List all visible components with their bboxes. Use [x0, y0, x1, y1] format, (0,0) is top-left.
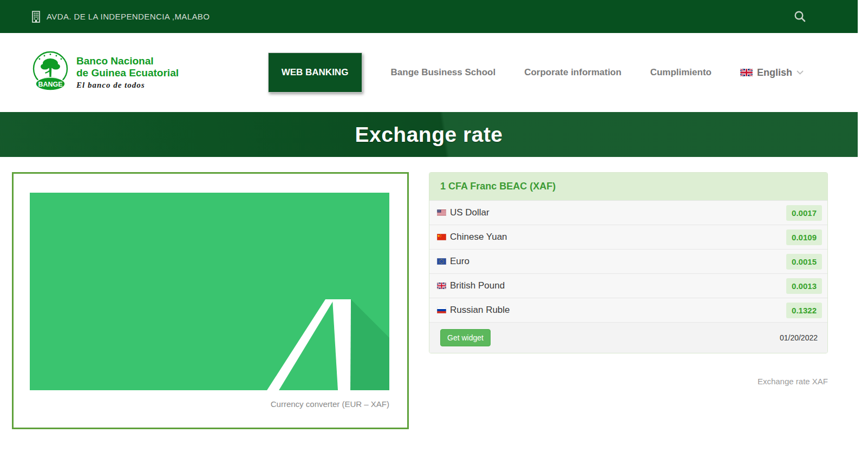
site-header: BANGE Banco Nacional de Guinea Ecuatoria…	[0, 33, 858, 112]
converter-caption: Currency converter (EUR – XAF)	[30, 399, 389, 409]
currency-name: Russian Ruble	[450, 305, 786, 316]
ru-flag-icon	[437, 307, 446, 313]
rates-date: 01/20/2022	[780, 333, 818, 342]
gb-flag-icon	[437, 283, 446, 289]
page-title: Exchange rate	[355, 123, 502, 147]
rate-row-russian-ruble: Russian Ruble 0.1322	[429, 298, 827, 322]
page-banner: Exchange rate	[0, 112, 858, 157]
rate-row-british-pound: British Pound 0.0013	[429, 273, 827, 298]
uk-flag-icon	[740, 69, 753, 76]
rate-row-euro: Euro 0.0015	[429, 249, 827, 273]
rate-row-us-dollar: US Dollar 0.0017	[429, 200, 827, 225]
bank-tagline: El banco de todos	[76, 81, 179, 90]
rate-row-chinese-yuan: Chinese Yuan 0.0109	[429, 225, 827, 249]
search-icon[interactable]	[794, 10, 806, 23]
rate-value: 0.0017	[786, 205, 822, 221]
svg-text:BANGE: BANGE	[38, 81, 62, 88]
rates-title: 1 CFA Franc BEAC (XAF)	[429, 173, 827, 200]
rates-column: 1 CFA Franc BEAC (XAF)	[429, 172, 828, 386]
main-nav: WEB BANKING Bange Business School Corpor…	[268, 52, 804, 93]
currency-converter-image	[30, 193, 389, 390]
chevron-down-icon	[797, 70, 804, 75]
bank-name-line2: de Guinea Ecuatorial	[76, 67, 179, 79]
nav-item-bange-business-school[interactable]: Bange Business School	[391, 67, 496, 78]
rate-value: 0.0109	[786, 229, 822, 245]
exchange-rate-xaf-note: Exchange rate XAF	[429, 377, 828, 386]
currency-name: US Dollar	[450, 207, 786, 218]
currency-converter-card: Currency converter (EUR – XAF)	[12, 172, 409, 429]
page: AVDA. DE LA INDEPENDENCIA ,MALABO	[0, 0, 858, 429]
address-block: AVDA. DE LA INDEPENDENCIA ,MALABO	[31, 10, 794, 23]
rate-value: 0.0015	[786, 254, 822, 270]
cn-flag-icon	[437, 234, 446, 240]
bank-name-line1: Banco Nacional	[76, 55, 179, 67]
nav-item-corporate-information[interactable]: Corporate information	[524, 67, 621, 78]
currency-name: Euro	[450, 256, 786, 267]
building-icon	[31, 10, 41, 23]
web-banking-button[interactable]: WEB BANKING	[268, 52, 362, 93]
bank-name: Banco Nacional de Guinea Ecuatorial El b…	[76, 55, 179, 90]
language-selector[interactable]: English	[740, 67, 804, 78]
currency-name: Chinese Yuan	[450, 232, 786, 242]
rates-footer: Get widget 01/20/2022	[429, 322, 827, 353]
language-label: English	[757, 67, 792, 78]
exchange-rates-widget: 1 CFA Franc BEAC (XAF)	[429, 172, 828, 353]
nav-item-cumplimiento[interactable]: Cumplimiento	[650, 67, 712, 78]
topbar: AVDA. DE LA INDEPENDENCIA ,MALABO	[0, 0, 858, 33]
rate-value: 0.0013	[786, 278, 822, 294]
eu-flag-icon	[437, 258, 446, 265]
bank-logo[interactable]: BANGE Banco Nacional de Guinea Ecuatoria…	[31, 50, 179, 95]
us-flag-icon	[437, 209, 446, 216]
get-widget-button[interactable]: Get widget	[440, 329, 491, 346]
main-content: Currency converter (EUR – XAF) 1 CFA Fra…	[0, 157, 858, 429]
rate-value: 0.1322	[786, 303, 822, 318]
currency-name: British Pound	[450, 280, 786, 291]
branch-address: AVDA. DE LA INDEPENDENCIA ,MALABO	[47, 12, 210, 21]
bange-tree-emblem-icon: BANGE	[31, 50, 70, 95]
